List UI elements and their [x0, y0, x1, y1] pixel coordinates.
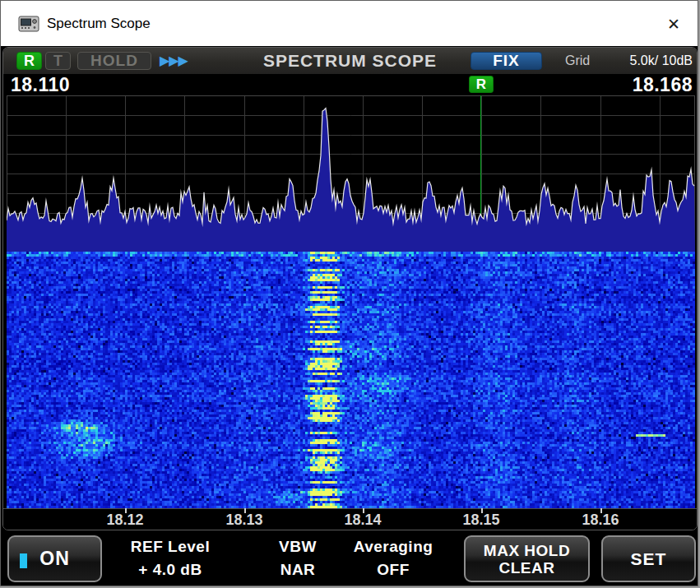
freq-range-end: 18.168 [633, 74, 693, 96]
on-indicator-icon [20, 553, 27, 568]
fix-mode-button[interactable]: FIX [471, 52, 542, 70]
waterfall-canvas[interactable] [7, 252, 695, 508]
on-button-label: ON [39, 548, 70, 570]
axis-tick-label: 18.16 [582, 512, 619, 529]
frequency-axis: 18.12 18.13 18.14 18.15 18.16 [3, 508, 697, 530]
max-hold-clear-button[interactable]: MAX HOLD CLEAR [464, 535, 590, 582]
ref-level-value: + 4.0 dB [114, 558, 226, 581]
app-icon [18, 16, 39, 32]
axis-tick-label: 18.15 [462, 512, 499, 529]
grid-label: Grid [565, 53, 590, 68]
spectrum-scope-window: Spectrum Scope ✕ R T HOLD ▶▶▶ SPECTRUM S… [0, 0, 698, 586]
averaging-label: Averaging [340, 535, 447, 558]
max-hold-line2: CLEAR [499, 559, 555, 576]
spectrum-canvas[interactable] [7, 95, 695, 252]
spectrum-display[interactable] [7, 95, 695, 252]
axis-tick-label: 18.14 [344, 512, 381, 529]
axis-tick-label: 18.13 [225, 512, 262, 529]
vbw-label: VBW [264, 535, 331, 558]
grid-value: 5.0k/ 10dB [630, 53, 693, 68]
scope-on-button[interactable]: ON [7, 535, 102, 582]
titlebar[interactable]: Spectrum Scope ✕ [1, 1, 698, 46]
ref-level-control[interactable]: REF Level + 4.0 dB [114, 535, 226, 581]
scope-title: SPECTRUM SCOPE [3, 51, 697, 71]
waterfall-display[interactable] [7, 252, 695, 508]
averaging-value: OFF [340, 558, 447, 581]
scope-header-bar: R T HOLD ▶▶▶ SPECTRUM SCOPE FIX Grid 5.0… [3, 48, 697, 74]
set-button-label: SET [631, 549, 667, 569]
axis-tick-label: 18.12 [106, 512, 143, 529]
frequency-readout-row: 18.110 R 18.168 [3, 74, 697, 95]
vbw-control[interactable]: VBW NAR [264, 535, 331, 581]
control-bar: ON REF Level + 4.0 dB VBW NAR Averaging … [1, 530, 698, 586]
max-hold-line1: MAX HOLD [484, 542, 570, 559]
scope-panel: R T HOLD ▶▶▶ SPECTRUM SCOPE FIX Grid 5.0… [2, 47, 698, 530]
set-button[interactable]: SET [601, 535, 696, 582]
rx-marker-badge: R [469, 76, 494, 93]
vbw-value: NAR [264, 558, 331, 581]
close-icon[interactable]: ✕ [661, 12, 686, 36]
ref-level-label: REF Level [114, 535, 226, 558]
averaging-control[interactable]: Averaging OFF [340, 535, 447, 581]
window-title: Spectrum Scope [47, 16, 151, 32]
freq-range-start: 18.110 [11, 74, 70, 96]
